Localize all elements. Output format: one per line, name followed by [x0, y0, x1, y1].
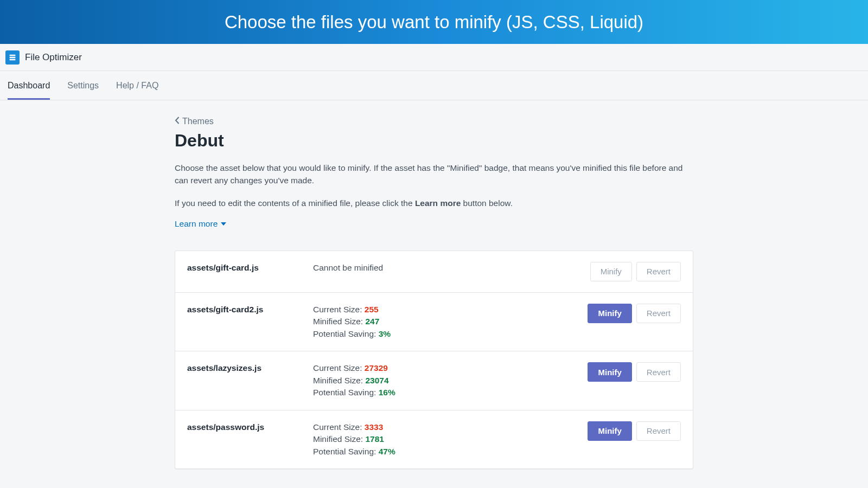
- page-content: Themes Debut Choose the asset below that…: [0, 100, 868, 469]
- app-title: File Optimizer: [25, 52, 82, 63]
- asset-actions: MinifyRevert: [588, 362, 681, 382]
- current-size-label: Current Size:: [313, 363, 365, 373]
- asset-info: Cannot be minified: [313, 262, 590, 274]
- minified-size: Minified Size: 1781: [313, 433, 588, 445]
- breadcrumb-back[interactable]: Themes: [175, 117, 214, 126]
- current-size-value: 3333: [365, 422, 383, 432]
- minified-size-value: 247: [365, 317, 379, 326]
- intro-paragraph: Choose the asset below that you would li…: [175, 162, 693, 187]
- current-size-label: Current Size:: [313, 305, 365, 314]
- current-size-value: 255: [365, 305, 379, 314]
- learn-more-toggle[interactable]: Learn more: [175, 219, 226, 229]
- minify-button[interactable]: Minify: [588, 304, 631, 323]
- potential-saving-value: 47%: [379, 447, 395, 456]
- current-size: Current Size: 3333: [313, 421, 588, 433]
- asset-info: Current Size: 255Minified Size: 247Poten…: [313, 304, 588, 340]
- caret-down-icon: [221, 222, 226, 226]
- current-size: Current Size: 27329: [313, 362, 588, 374]
- potential-saving: Potential Saving: 16%: [313, 387, 588, 399]
- potential-saving-value: 16%: [379, 388, 395, 397]
- learn-more-label: Learn more: [175, 219, 218, 229]
- potential-saving: Potential Saving: 47%: [313, 446, 588, 458]
- asset-name: assets/gift-card.js: [187, 262, 313, 273]
- intro2-pre: If you need to edit the contents of a mi…: [175, 198, 415, 208]
- asset-status: Cannot be minified: [313, 262, 590, 274]
- potential-saving: Potential Saving: 3%: [313, 328, 588, 340]
- asset-row: assets/password.jsCurrent Size: 3333Mini…: [175, 410, 693, 468]
- asset-row: assets/gift-card.jsCannot be minifiedMin…: [175, 251, 693, 293]
- revert-button: Revert: [636, 362, 681, 382]
- revert-button: Revert: [636, 421, 681, 441]
- current-size-label: Current Size:: [313, 422, 365, 432]
- revert-button: Revert: [636, 262, 681, 281]
- app-icon: [5, 50, 20, 65]
- current-size: Current Size: 255: [313, 304, 588, 316]
- minified-size-label: Minified Size:: [313, 317, 365, 326]
- current-size-value: 27329: [365, 363, 388, 373]
- intro2-post: button below.: [461, 198, 513, 208]
- breadcrumb-label: Themes: [182, 117, 214, 126]
- asset-row: assets/gift-card2.jsCurrent Size: 255Min…: [175, 293, 693, 351]
- potential-saving-label: Potential Saving:: [313, 388, 379, 397]
- asset-actions: MinifyRevert: [588, 304, 681, 323]
- minified-size-label: Minified Size:: [313, 376, 365, 385]
- tab-dashboard[interactable]: Dashboard: [8, 71, 50, 100]
- chevron-left-icon: [175, 117, 180, 126]
- asset-info: Current Size: 3333Minified Size: 1781Pot…: [313, 421, 588, 458]
- tab-help-faq[interactable]: Help / FAQ: [116, 71, 158, 100]
- minified-size-label: Minified Size:: [313, 434, 365, 444]
- minified-size-value: 23074: [365, 376, 388, 385]
- minified-size: Minified Size: 23074: [313, 375, 588, 387]
- minified-size-value: 1781: [365, 434, 384, 444]
- minify-button[interactable]: Minify: [588, 421, 631, 441]
- revert-button: Revert: [636, 304, 681, 323]
- minified-size: Minified Size: 247: [313, 316, 588, 328]
- asset-actions: MinifyRevert: [590, 262, 681, 281]
- asset-row: assets/lazysizes.jsCurrent Size: 27329Mi…: [175, 351, 693, 410]
- potential-saving-label: Potential Saving:: [313, 329, 379, 338]
- minify-button[interactable]: Minify: [588, 362, 631, 382]
- promo-banner-text: Choose the files you want to minify (JS,…: [225, 12, 643, 33]
- promo-banner: Choose the files you want to minify (JS,…: [0, 0, 868, 44]
- asset-actions: MinifyRevert: [588, 421, 681, 441]
- potential-saving-label: Potential Saving:: [313, 447, 379, 456]
- intro-paragraph-2: If you need to edit the contents of a mi…: [175, 197, 693, 209]
- page-title: Debut: [175, 131, 693, 151]
- assets-card: assets/gift-card.jsCannot be minifiedMin…: [175, 251, 693, 469]
- tab-settings[interactable]: Settings: [67, 71, 99, 100]
- asset-name: assets/lazysizes.js: [187, 362, 313, 373]
- asset-name: assets/password.js: [187, 421, 313, 432]
- nav-tabs: DashboardSettingsHelp / FAQ: [0, 71, 868, 100]
- app-titlebar: File Optimizer: [0, 44, 868, 71]
- asset-info: Current Size: 27329Minified Size: 23074P…: [313, 362, 588, 399]
- asset-name: assets/gift-card2.js: [187, 304, 313, 314]
- minify-button: Minify: [590, 262, 632, 281]
- potential-saving-value: 3%: [379, 329, 391, 338]
- intro2-bold: Learn more: [415, 198, 461, 208]
